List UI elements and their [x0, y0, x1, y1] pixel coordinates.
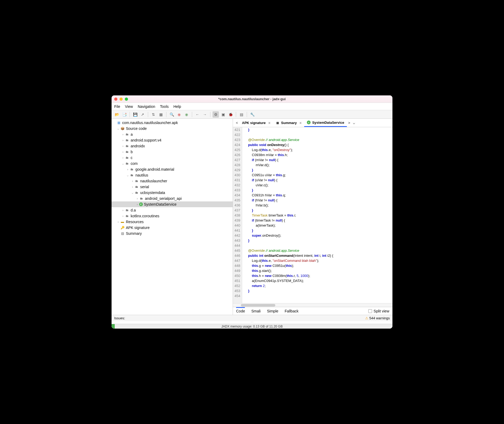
menu-help[interactable]: Help	[174, 104, 181, 109]
editor-panel: < APK signature × ▤ Summary × C SystemDa…	[233, 119, 392, 315]
view-tab-smali[interactable]: Smali	[251, 308, 260, 314]
memory-text: JADX memory usage: 0.13 GB of 11.20 GB	[221, 325, 282, 328]
tree-item-androidx[interactable]: ›🖿androidx	[112, 143, 233, 149]
tree-item-ucbsystemdata[interactable]: ⌵🖿ucbsystemdata	[112, 190, 233, 196]
tree-label: Resources	[126, 220, 144, 224]
forward-icon[interactable]: →	[202, 111, 208, 118]
warnings-count[interactable]: 544 warnings	[369, 316, 390, 320]
tree-item-kotlinx[interactable]: ›🖿kotlinx.coroutines	[112, 213, 233, 219]
tree-label: serial	[140, 185, 149, 189]
titlebar[interactable]: *com.nautilus.nautiluslauncher - jadx-gu…	[112, 95, 392, 103]
tab-scroll-right-icon[interactable]: >	[347, 121, 352, 125]
maximize-window-button[interactable]	[125, 98, 128, 101]
tree-label: nautilus	[135, 173, 148, 177]
class-icon: C	[307, 121, 311, 124]
back-icon[interactable]: ←	[194, 111, 201, 118]
save-icon[interactable]: 💾	[132, 111, 138, 118]
memory-bar[interactable]: JADX memory usage: 0.13 GB of 11.20 GB	[112, 324, 392, 329]
tree-summary[interactable]: ▸▤Summary	[112, 231, 233, 236]
tree-label: Summary	[126, 231, 142, 236]
tree-item-systemdataservice[interactable]: ›CSystemDataService	[112, 201, 233, 207]
issues-label: Issues:	[114, 316, 125, 320]
tree-label: androidx	[131, 144, 145, 148]
flatten-icon[interactable]: ▦	[158, 111, 164, 118]
tree-item-d-a[interactable]: ›🖿d.a	[112, 207, 233, 213]
separator	[247, 112, 247, 117]
tree-label: Source code	[126, 126, 147, 131]
tree-resources[interactable]: ›▬Resources	[112, 219, 233, 225]
open-file-icon[interactable]: 📂	[114, 111, 120, 118]
sync-icon[interactable]: ⇅	[150, 111, 157, 118]
tree-item-b[interactable]: ›🖿b	[112, 149, 233, 155]
tree-label: ucbsystemdata	[140, 191, 165, 195]
search-icon[interactable]: 🔍	[169, 111, 175, 118]
close-icon[interactable]: ×	[299, 121, 302, 125]
tab-menu-icon[interactable]: ⌵	[352, 121, 356, 125]
tree-apk-root[interactable]: ▸▦com.nautilus.nautiluslauncher.apk	[112, 120, 233, 126]
tree-label: kotlinx.coroutines	[131, 214, 159, 218]
close-icon[interactable]: ×	[268, 121, 271, 125]
tree-item-nautiluslauncher[interactable]: ›🖿nautiluslauncher	[112, 178, 233, 184]
tab-label: Summary	[281, 121, 297, 125]
export-icon[interactable]: ↗	[139, 111, 146, 118]
memory-fill	[112, 324, 115, 329]
tree-item-android-serialport-api[interactable]: ›🖿android_serialport_api	[112, 196, 233, 201]
tab-scroll-left-icon[interactable]: <	[235, 121, 239, 125]
deobf-icon[interactable]: ⚙	[213, 111, 219, 118]
tree-item-c[interactable]: ›🖿c	[112, 155, 233, 161]
tree-label: google.android.material	[135, 167, 174, 171]
view-tab-simple[interactable]: Simple	[267, 308, 278, 314]
code-content[interactable]: } @Override // android.app.Service publi…	[242, 127, 333, 303]
project-tree[interactable]: ▸▦com.nautilus.nautiluslauncher.apk ⌵📦So…	[112, 119, 233, 315]
close-window-button[interactable]	[114, 98, 117, 101]
menu-file[interactable]: File	[114, 104, 120, 109]
tree-label: APK signature	[126, 226, 150, 230]
horizontal-scrollbar[interactable]	[233, 303, 392, 307]
code-editor[interactable]: 4214224234244254264274284294304314324334…	[233, 127, 392, 303]
tree-label: a	[131, 132, 133, 136]
separator	[210, 112, 210, 117]
tree-label: android_serialport_api	[145, 196, 182, 201]
tree-source-code[interactable]: ⌵📦Source code	[112, 126, 233, 131]
tab-systemdataservice[interactable]: C SystemDataService	[304, 119, 347, 127]
split-view-toggle[interactable]: Split view	[368, 309, 389, 313]
view-tab-code[interactable]: Code	[236, 307, 245, 314]
minimize-window-button[interactable]	[120, 98, 123, 101]
menubar: File View Navigation Tools Help	[112, 103, 392, 110]
tab-label: APK signature	[242, 121, 266, 125]
tree-item-nautilus[interactable]: ⌵🖿nautilus	[112, 172, 233, 178]
tree-label: com	[131, 161, 138, 166]
editor-tabs: < APK signature × ▤ Summary × C SystemDa…	[233, 119, 392, 127]
tab-apk-signature[interactable]: APK signature ×	[239, 119, 273, 127]
log-icon[interactable]: ▤	[238, 111, 245, 118]
split-view-checkbox[interactable]	[368, 309, 372, 313]
split-view-label: Split view	[374, 309, 389, 313]
separator	[130, 112, 130, 117]
tree-item-google-material[interactable]: ›🖿google.android.material	[112, 166, 233, 172]
view-tab-fallback[interactable]: Fallback	[285, 308, 298, 314]
tree-item-a[interactable]: ›🖿a	[112, 131, 233, 137]
tree-item-serial[interactable]: ›🖿serial	[112, 184, 233, 190]
menu-tools[interactable]: Tools	[160, 104, 169, 109]
tree-label: d.a	[131, 208, 136, 212]
summary-icon: ▤	[276, 121, 280, 125]
toolbar: 📂 📑 💾 ↗ ⇅ ▦ 🔍 ◉ ◉ ← → ⚙ ▣ 🐞 ▤ 🔧	[112, 110, 392, 119]
search-text-icon[interactable]: ◉	[183, 111, 190, 118]
resize-dots: ⋯	[112, 321, 392, 324]
tree-label: nautiluslauncher	[140, 179, 167, 183]
scrollbar-thumb[interactable]	[241, 304, 275, 307]
app-window: *com.nautilus.nautiluslauncher - jadx-gu…	[112, 95, 392, 329]
menu-navigation[interactable]: Navigation	[138, 104, 155, 109]
search-class-icon[interactable]: ◉	[176, 111, 182, 118]
add-file-icon[interactable]: 📑	[121, 111, 127, 118]
tree-item-com[interactable]: ⌵🖿com	[112, 161, 233, 166]
settings-icon[interactable]: 🔧	[249, 111, 255, 118]
debug-icon[interactable]: 🐞	[227, 111, 234, 118]
tab-summary[interactable]: ▤ Summary ×	[273, 119, 304, 127]
line-gutter: 4214224234244254264274284294304314324334…	[233, 127, 242, 303]
traffic-lights	[114, 98, 128, 101]
tree-apk-signature[interactable]: ▸🔑APK signature	[112, 225, 233, 231]
quark-icon[interactable]: ▣	[220, 111, 226, 118]
menu-view[interactable]: View	[125, 104, 133, 109]
tree-item-android-support[interactable]: ›🖿android.support.v4	[112, 137, 233, 143]
